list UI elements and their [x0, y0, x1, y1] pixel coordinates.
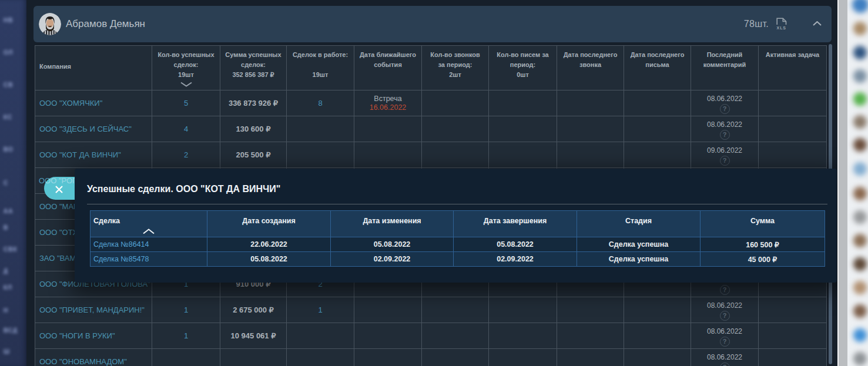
- svg-text:XLS: XLS: [777, 26, 786, 30]
